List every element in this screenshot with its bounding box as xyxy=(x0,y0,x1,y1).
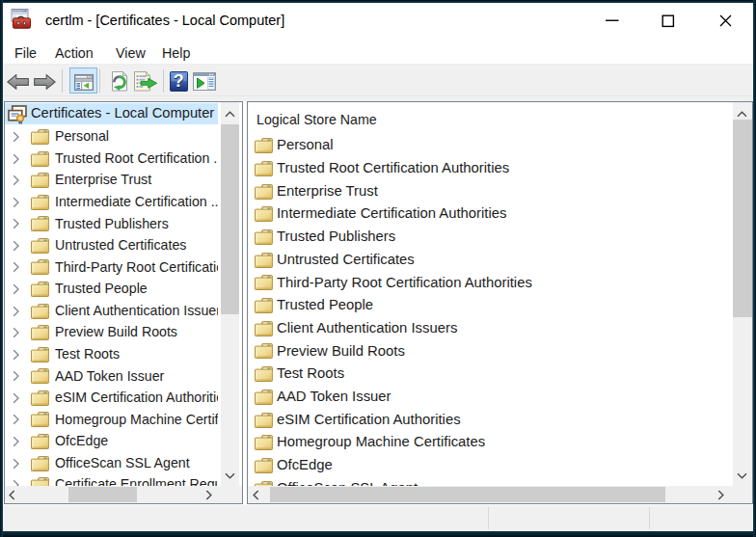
svg-text:?: ? xyxy=(174,71,184,91)
